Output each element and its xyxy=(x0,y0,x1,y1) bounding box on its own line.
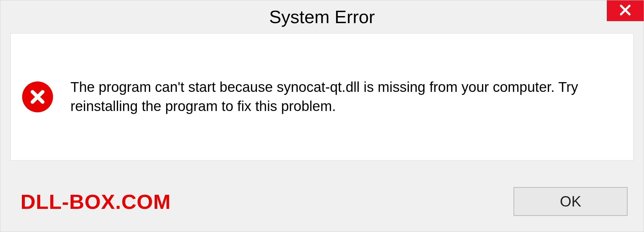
ok-button[interactable]: OK xyxy=(514,187,628,216)
footer: DLL-BOX.COM OK xyxy=(0,171,644,232)
system-error-dialog: System Error The program can't start bec… xyxy=(0,0,644,232)
watermark-text: DLL-BOX.COM xyxy=(20,190,171,214)
close-icon xyxy=(619,4,632,18)
error-message: The program can't start because synocat-… xyxy=(70,78,623,116)
error-icon xyxy=(21,80,54,114)
titlebar: System Error xyxy=(0,0,644,33)
close-button[interactable] xyxy=(607,0,644,21)
dialog-title: System Error xyxy=(269,6,375,27)
content-area: The program can't start because synocat-… xyxy=(10,33,634,161)
